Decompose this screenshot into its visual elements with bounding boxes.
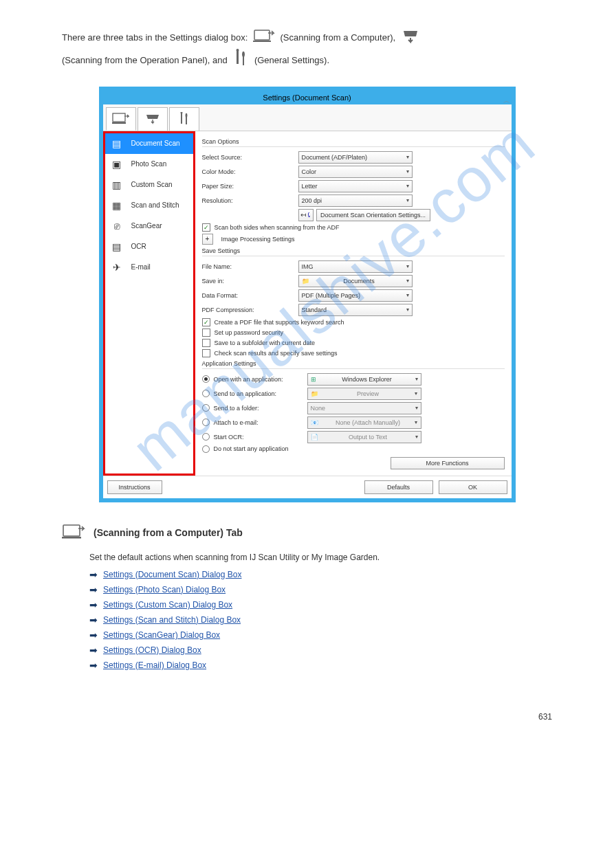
arrow-bullet-icon: ➡ [89,630,98,641]
computer-scan-icon [62,523,85,543]
tools-icon [232,49,249,73]
arrow-bullet-icon: ➡ [89,584,98,595]
dialog-title: Settings (Document Scan) [103,91,512,104]
color-mode-select[interactable]: Color [298,166,413,178]
sidebar-item-label: OCR [131,243,146,250]
subfolder-checkbox[interactable] [202,339,210,347]
link-scangear[interactable]: Settings (ScanGear) Dialog Box [103,630,220,640]
sidebar-item-ocr[interactable]: ▤ OCR [105,236,193,257]
keyword-search-label: Create a PDF file that supports keyword … [215,319,344,326]
sidebar: ▤ Document Scan ▣ Photo Scan ▥ Custom Sc… [103,131,195,476]
open-app-radio[interactable] [202,375,210,383]
arrow-bullet-icon: ➡ [89,614,98,625]
svg-rect-9 [62,537,81,539]
send-app-select[interactable]: 📁Preview [307,388,421,400]
source-select[interactable]: Document (ADF/Platen) [298,151,413,164]
tab-scan-from-panel[interactable] [138,107,168,131]
resolution-select[interactable]: 200 dpi [298,194,413,207]
sidebar-item-custom-scan[interactable]: ▥ Custom Scan [105,175,193,195]
sidebar-item-label: E-mail [131,263,151,271]
attach-email-label: Attach to e-mail: [214,419,303,426]
ocr-icon: ▤ [109,241,124,253]
link-email[interactable]: Settings (E-mail) Dialog Box [103,660,206,670]
send-folder-radio[interactable] [202,404,210,412]
link-custom-scan[interactable]: Settings (Custom Scan) Dialog Box [103,600,232,610]
no-app-radio[interactable] [202,445,210,453]
sidebar-item-scan-stitch[interactable]: ▦ Scan and Stitch [105,195,193,216]
arrow-bullet-icon: ➡ [89,569,98,580]
filename-select[interactable]: IMG [298,260,413,273]
expand-image-processing[interactable]: + [202,234,213,245]
sidebar-item-scangear[interactable]: ⎚ ScanGear [105,216,193,236]
below-section: (Scanning from a Computer) Tab Set the d… [62,523,552,671]
ok-button[interactable]: OK [439,480,507,494]
paper-size-label: Paper Size: [202,183,298,190]
content-panel: ︿ Scan Options Select Source: Document (… [195,131,512,476]
link-row: ➡ Settings (Document Scan) Dialog Box [89,569,552,580]
svg-rect-0 [254,30,270,40]
sidebar-item-label: Photo Scan [131,160,167,168]
scan-options-title: Scan Options [202,138,505,147]
sidebar-item-label: Document Scan [131,140,180,147]
more-functions-button[interactable]: More Functions [391,457,505,469]
tab-scan-from-computer[interactable] [106,107,136,131]
check-results-checkbox[interactable] [202,349,210,357]
send-app-radio[interactable] [202,390,210,397]
resolution-label: Resolution: [202,197,298,204]
password-label: Set up password security [215,329,284,336]
below-heading-text: (Scanning from a Computer) Tab [94,527,243,538]
instructions-button[interactable]: Instructions [107,480,162,494]
orientation-settings-button[interactable]: Document Scan Orientation Settings... [316,209,430,221]
source-label: Select Source: [202,154,298,161]
app-settings-title: Application Settings [202,360,505,369]
tab-general-settings[interactable] [169,107,199,131]
paper-size-select[interactable]: Letter [298,180,413,192]
email-icon: ✈ [109,261,124,274]
svg-rect-8 [63,525,80,536]
below-heading: (Scanning from a Computer) Tab [62,523,552,543]
stitch-icon: ▦ [109,199,124,212]
password-checkbox[interactable] [202,329,210,337]
arrow-bullet-icon: ➡ [89,599,98,610]
arrow-bullet-icon: ➡ [89,645,98,656]
both-sides-checkbox[interactable] [202,223,210,232]
link-row: ➡ Settings (E-mail) Dialog Box [89,660,552,671]
svg-rect-5 [112,122,126,124]
sidebar-item-label: Custom Scan [131,181,173,188]
attach-email-radio[interactable] [202,419,210,426]
custom-icon: ▥ [109,179,124,191]
link-document-scan[interactable]: Settings (Document Scan) Dialog Box [103,570,241,579]
link-row: ➡ Settings (OCR) Dialog Box [89,645,552,656]
defaults-button[interactable]: Defaults [364,480,433,494]
attach-email-select[interactable]: 📧None (Attach Manually) [307,416,421,429]
link-photo-scan[interactable]: Settings (Photo Scan) Dialog Box [103,585,226,594]
compression-select[interactable]: Standard [298,304,413,316]
start-ocr-select[interactable]: 📄Output to Text [307,431,421,443]
intro-paragraph: There are three tabs in the Settings dia… [62,27,552,73]
filename-label: File Name: [202,263,298,270]
both-sides-label: Scan both sides when scanning from the A… [215,224,340,231]
intro-text-1: There are three tabs in the Settings dia… [62,32,248,43]
open-app-select[interactable]: ⊞Windows Explorer [307,373,421,386]
link-row: ➡ Settings (Scan and Stitch) Dialog Box [89,614,552,625]
link-row: ➡ Settings (Custom Scan) Dialog Box [89,599,552,610]
sidebar-item-label: ScanGear [131,222,162,230]
dialog-footer: Instructions Defaults OK [103,476,512,498]
start-ocr-radio[interactable] [202,433,210,441]
savein-label: Save in: [202,278,298,285]
link-ocr[interactable]: Settings (OCR) Dialog Box [103,645,201,655]
open-app-label: Open with an application: [214,376,303,383]
svg-rect-6 [181,113,182,124]
document-icon: ▤ [109,137,124,150]
keyword-search-checkbox[interactable] [202,318,210,326]
dataformat-select[interactable]: PDF (Multiple Pages) [298,289,413,302]
send-folder-label: Send to a folder: [214,405,303,412]
sidebar-item-photo-scan[interactable]: ▣ Photo Scan [105,154,193,175]
orientation-icon-button[interactable]: ↤⤹ [298,209,314,221]
sidebar-item-email[interactable]: ✈ E-mail [105,257,193,278]
link-scan-stitch[interactable]: Settings (Scan and Stitch) Dialog Box [103,615,241,625]
settings-dialog: Settings (Document Scan) ▤ [99,87,516,502]
savein-select[interactable]: 📁Documents [298,275,413,287]
send-folder-select[interactable]: None [307,402,421,414]
sidebar-item-document-scan[interactable]: ▤ Document Scan [105,133,193,154]
